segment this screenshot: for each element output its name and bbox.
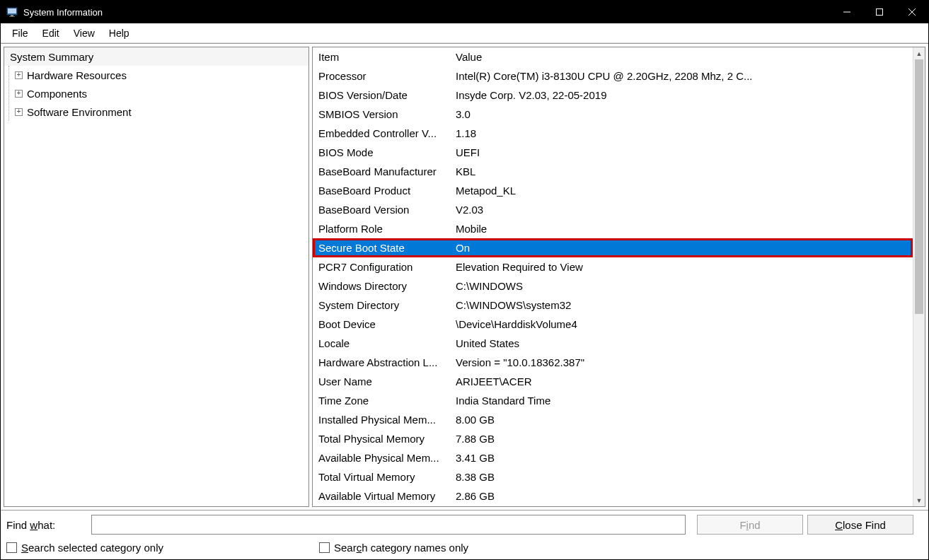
list-row[interactable]: User NameARIJEET\ACER (313, 372, 913, 391)
titlebar[interactable]: System Information (1, 1, 928, 23)
search-category-names-checkbox[interactable]: Search category names only (319, 542, 468, 554)
list-row[interactable]: BIOS Version/DateInsyde Corp. V2.03, 22-… (313, 86, 913, 105)
cell-value: Elevation Required to View (453, 261, 913, 273)
app-icon (6, 6, 18, 18)
cell-value: Intel(R) Core(TM) i3-8130U CPU @ 2.20GHz… (453, 70, 913, 82)
cell-value: C:\WINDOWS\system32 (453, 299, 913, 311)
menu-file[interactable]: File (5, 25, 35, 41)
vertical-scrollbar[interactable]: ▲ ▼ (913, 47, 925, 506)
list-row[interactable]: Windows DirectoryC:\WINDOWS (313, 276, 913, 296)
cell-item: BaseBoard Version (313, 204, 453, 216)
cell-value: ARIJEET\ACER (453, 375, 913, 387)
scroll-up-icon[interactable]: ▲ (913, 47, 925, 59)
chk2-label: Search category names only (334, 542, 468, 554)
find-what-label: Find what: (6, 519, 91, 531)
cell-item: BIOS Version/Date (313, 89, 453, 101)
find-input[interactable] (91, 515, 686, 535)
cell-item: Boot Device (313, 318, 453, 330)
cell-item: Platform Role (313, 223, 453, 235)
expand-icon[interactable]: + (15, 90, 23, 98)
list-row[interactable]: Embedded Controller V...1.18 (313, 124, 913, 143)
menu-view[interactable]: View (67, 25, 102, 41)
cell-value: United States (453, 337, 913, 349)
cell-value: KBL (453, 165, 913, 177)
svg-rect-2 (11, 15, 13, 16)
list-row[interactable]: Total Physical Memory7.88 GB (313, 429, 913, 448)
list-header[interactable]: Item Value (313, 47, 913, 66)
list-row[interactable]: Installed Physical Mem...8.00 GB (313, 410, 913, 429)
cell-value: 2.86 GB (453, 490, 913, 502)
list-row[interactable]: LocaleUnited States (313, 334, 913, 353)
window-title: System Information (23, 7, 831, 18)
list-row[interactable]: Boot Device\Device\HarddiskVolume4 (313, 315, 913, 334)
list-row[interactable]: Available Virtual Memory2.86 GB (313, 486, 913, 506)
svg-rect-4 (877, 9, 883, 16)
search-selected-category-checkbox[interactable]: Search selected category only (6, 542, 163, 554)
tree-item-software-environment[interactable]: + Software Environment (9, 103, 308, 121)
cell-value: C:\WINDOWS (453, 280, 913, 292)
cell-item: BIOS Mode (313, 146, 453, 158)
cell-item: Available Virtual Memory (313, 490, 453, 502)
find-button[interactable]: Find (697, 515, 803, 535)
scroll-thumb[interactable] (915, 59, 923, 314)
content-area: System Summary + Hardware Resources + Co… (1, 43, 928, 511)
svg-rect-3 (9, 16, 15, 17)
tree-item-label: Software Environment (27, 106, 132, 118)
cell-value: V2.03 (453, 204, 913, 216)
cell-item: BaseBoard Manufacturer (313, 165, 453, 177)
cell-item: BaseBoard Product (313, 185, 453, 197)
chk1-label: Search selected category only (21, 542, 163, 554)
cell-value: 3.0 (453, 108, 913, 120)
list-row[interactable]: SMBIOS Version3.0 (313, 105, 913, 124)
list-row[interactable]: Hardware Abstraction L...Version = "10.0… (313, 353, 913, 372)
cell-item: Total Physical Memory (313, 433, 453, 445)
close-button[interactable] (896, 1, 928, 23)
menu-edit[interactable]: Edit (35, 25, 67, 41)
list-row[interactable]: Time ZoneIndia Standard Time (313, 391, 913, 410)
cell-value: 8.00 GB (453, 414, 913, 426)
menu-help[interactable]: Help (102, 25, 137, 41)
list-row[interactable]: BIOS ModeUEFI (313, 143, 913, 162)
system-information-window: System Information File Edit View Help S… (0, 0, 929, 560)
checkbox-box-icon (6, 542, 17, 553)
list-row[interactable]: ProcessorIntel(R) Core(TM) i3-8130U CPU … (313, 66, 913, 86)
find-panel: Find what: Find Close Find Search select… (1, 511, 928, 559)
cell-value: 3.41 GB (453, 452, 913, 464)
list-row[interactable]: Total Virtual Memory8.38 GB (313, 467, 913, 486)
details-list: Item Value ProcessorIntel(R) Core(TM) i3… (312, 47, 925, 507)
tree-item-label: Hardware Resources (27, 69, 127, 81)
expand-icon[interactable]: + (15, 108, 23, 116)
close-find-button[interactable]: Close Find (807, 515, 913, 535)
cell-item: PCR7 Configuration (313, 261, 453, 273)
cell-value: On (453, 242, 913, 254)
category-tree[interactable]: System Summary + Hardware Resources + Co… (4, 47, 309, 507)
list-row[interactable]: PCR7 ConfigurationElevation Required to … (313, 257, 913, 276)
header-value[interactable]: Value (453, 51, 913, 63)
minimize-button[interactable] (831, 1, 863, 23)
list-row[interactable]: Available Physical Mem...3.41 GB (313, 448, 913, 467)
list-row[interactable]: BaseBoard ManufacturerKBL (313, 162, 913, 181)
cell-value: 7.88 GB (453, 433, 913, 445)
tree-root-system-summary[interactable]: System Summary (4, 47, 308, 66)
cell-item: System Directory (313, 299, 453, 311)
cell-item: Secure Boot State (313, 242, 453, 254)
cell-item: Locale (313, 337, 453, 349)
tree-item-hardware-resources[interactable]: + Hardware Resources (9, 66, 308, 84)
cell-value: India Standard Time (453, 395, 913, 407)
maximize-button[interactable] (863, 1, 896, 23)
close-icon (908, 8, 916, 16)
cell-item: SMBIOS Version (313, 108, 453, 120)
cell-value: Insyde Corp. V2.03, 22-05-2019 (453, 89, 913, 101)
list-row[interactable]: BaseBoard ProductMetapod_KL (313, 181, 913, 200)
list-row[interactable]: System DirectoryC:\WINDOWS\system32 (313, 296, 913, 315)
tree-item-components[interactable]: + Components (9, 84, 308, 103)
header-item[interactable]: Item (313, 51, 453, 63)
list-row[interactable]: Secure Boot StateOn (313, 238, 913, 257)
minimize-icon (843, 8, 850, 16)
list-row[interactable]: Platform RoleMobile (313, 219, 913, 238)
scroll-down-icon[interactable]: ▼ (913, 494, 925, 506)
list-row[interactable]: BaseBoard VersionV2.03 (313, 200, 913, 219)
expand-icon[interactable]: + (15, 71, 23, 79)
cell-item: Windows Directory (313, 280, 453, 292)
checkbox-box-icon (319, 542, 330, 553)
